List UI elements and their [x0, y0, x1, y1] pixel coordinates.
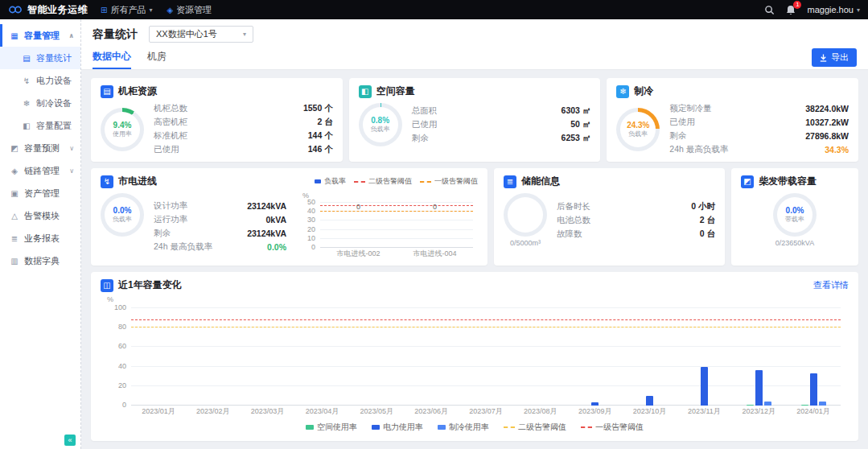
bar-value-label: 0	[356, 203, 360, 211]
legend-item-一级告警阈值[interactable]: 一级告警阈值	[420, 176, 478, 187]
stat-label: 总面积	[412, 105, 438, 117]
stat-row: 总面积6303 ㎡	[412, 105, 591, 117]
bar-group	[623, 308, 677, 406]
stat-row: 24h 最高负载率34.3%	[669, 144, 849, 155]
bar-groups	[131, 308, 841, 406]
legend-item-制冷使用率[interactable]: 制冷使用率	[438, 422, 489, 433]
battery-icon: ≣	[504, 175, 516, 188]
trend-chart-icon: ◫	[101, 279, 113, 292]
grid-icon: ⊞	[101, 6, 107, 14]
export-button[interactable]: 导出	[812, 48, 857, 67]
y-tick-label: 0	[311, 243, 315, 251]
stat-value: 23124kVA	[247, 229, 286, 238]
x-axis-label: 2023/04月	[295, 406, 350, 417]
card-title: 储能信息	[521, 175, 560, 188]
stat-row: 24h 最高负载率0.0%	[154, 241, 286, 253]
sidebar-item-2[interactable]: ↯电力设备	[0, 69, 80, 92]
rack-usage-gauge: 9.4%使用率	[101, 108, 144, 151]
bar-group	[786, 308, 841, 406]
sidebar-item-7[interactable]: ▣资产管理	[0, 182, 80, 204]
tab-room[interactable]: 机房	[147, 46, 167, 69]
asset-management-icon: ▣	[10, 189, 19, 198]
nav-all-products[interactable]: ⊞ 所有产品 ▾	[101, 4, 152, 16]
y-tick-label: 100	[114, 303, 126, 311]
sidebar-item-0[interactable]: ▦容量管理∧	[0, 24, 80, 47]
legend-label: 二级告警阈值	[518, 422, 566, 433]
datacenter-select-value: XX数据中心1号	[156, 28, 217, 40]
stat-row: 机柜总数1550 个	[154, 103, 333, 114]
legend-marker	[306, 425, 314, 430]
notification-bell-icon[interactable]: 1	[786, 5, 796, 15]
capacity-management-icon: ▦	[10, 31, 19, 40]
sidebar-item-1[interactable]: ▤容量统计	[0, 47, 80, 69]
legend-item-二级告警阈值[interactable]: 二级告警阈值	[504, 422, 566, 433]
stat-row: 已使用146 个	[154, 144, 333, 155]
nav-resource-management[interactable]: ◈ 资源管理	[167, 4, 212, 16]
stat-label: 设计功率	[154, 200, 187, 212]
cooling-icon: ❄	[616, 85, 629, 98]
legend-item-二级告警阈值[interactable]: 二级告警阈值	[354, 176, 412, 187]
topbar: 智能业务运维 ⊞ 所有产品 ▾ ◈ 资源管理 1 maggie.hou	[0, 0, 868, 19]
y-axis-label: %	[107, 295, 113, 303]
sidebar-item-9[interactable]: ≣业务报表	[0, 227, 80, 249]
stat-value: 0 台	[700, 229, 715, 240]
bar-group	[677, 308, 731, 406]
bar-value-label: 0	[433, 203, 437, 211]
stat-value: 10327.2kW	[805, 117, 849, 127]
tab-datacenter[interactable]: 数据中心	[93, 46, 131, 69]
x-axis-label: 市电进线-002	[320, 249, 397, 259]
brand[interactable]: 智能业务运维	[8, 3, 88, 17]
stat-label: 故障数	[557, 229, 582, 240]
x-axis-label: 2023/02月	[186, 406, 241, 417]
sidebar-item-label: 容量配置	[36, 120, 72, 132]
sidebar-collapse-button[interactable]: «	[64, 435, 76, 446]
sidebar-item-10[interactable]: ▥数据字典	[0, 249, 80, 272]
card-title: 机柜资源	[118, 84, 157, 98]
space-load-gauge: 0.8%负载率	[359, 103, 402, 146]
user-menu[interactable]: maggie.hou ▾	[807, 5, 860, 14]
stat-row: 后备时长0 小时	[557, 201, 715, 212]
business-report-icon: ≣	[10, 234, 19, 243]
tab-bar: 数据中心 机房 导出	[81, 46, 868, 70]
legend-marker	[438, 425, 446, 430]
card-title: 市电进线	[118, 175, 157, 188]
stat-value: 0 小时	[691, 201, 715, 212]
stat-row: 剩余27896.8kW	[669, 130, 849, 142]
sidebar-item-label: 容量管理	[24, 30, 60, 42]
sidebar-item-4[interactable]: ◧容量配置	[0, 114, 80, 137]
sidebar-item-5[interactable]: ◩容量预测∨	[0, 137, 80, 159]
legend-label: 电力使用率	[383, 422, 423, 433]
legend-item-负载率[interactable]: 负载率	[315, 176, 346, 187]
stat-label: 运行功率	[154, 214, 187, 225]
view-detail-link[interactable]: 查看详情	[813, 279, 849, 291]
link-management-icon: ◈	[10, 167, 19, 175]
datacenter-select[interactable]: XX数据中心1号 ▾	[149, 26, 253, 43]
sidebar-item-label: 容量统计	[36, 52, 72, 64]
sidebar-item-label: 链路管理	[24, 165, 60, 177]
chevron-down-icon: ∨	[69, 145, 74, 152]
stat-value: 23124kVA	[247, 201, 286, 211]
stat-value: 0.0%	[267, 242, 286, 252]
y-tick-label: 60	[118, 342, 126, 350]
y-tick-label: 50	[307, 198, 315, 206]
legend-item-空间使用率[interactable]: 空间使用率	[306, 422, 357, 433]
legend-label: 一级告警阈值	[595, 422, 644, 433]
cooling-stats: 额定制冷量38224.0kW已使用10327.2kW剩余27896.8kW24h…	[669, 103, 849, 155]
legend-item-电力使用率[interactable]: 电力使用率	[372, 422, 423, 433]
card-title: 制冷	[634, 84, 653, 98]
logo-icon	[8, 6, 23, 14]
x-axis-label: 2024/01月	[786, 406, 841, 417]
x-axis-label: 2023/06月	[404, 406, 459, 417]
legend-marker	[372, 425, 380, 430]
x-axis-label: 2023/12月	[731, 406, 786, 417]
sidebar-item-3[interactable]: ❄制冷设备	[0, 92, 80, 114]
storage-stats: 后备时长0 小时电池总数2 台故障数0 台	[557, 201, 715, 240]
search-icon[interactable]	[764, 5, 775, 15]
sidebar-item-label: 告警模块	[24, 210, 60, 222]
sidebar-item-8[interactable]: △告警模块	[0, 204, 80, 227]
user-name: maggie.hou	[807, 5, 854, 14]
stat-label: 电池总数	[557, 215, 590, 226]
sidebar-item-6[interactable]: ◈链路管理∨	[0, 159, 80, 182]
chevron-down-icon: ▾	[243, 31, 246, 38]
legend-item-一级告警阈值[interactable]: 一级告警阈值	[581, 422, 644, 433]
